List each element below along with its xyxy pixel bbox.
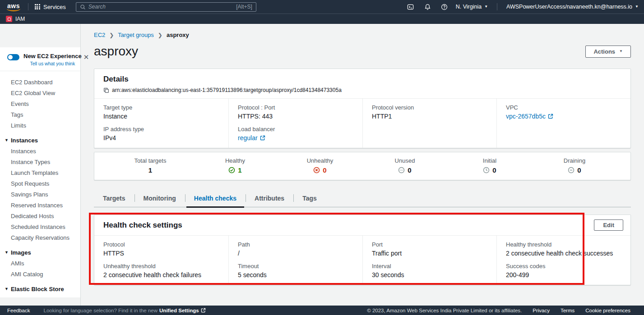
account-menu[interactable]: AWSPowerUserAccess/navaneeth.kn@harness.… <box>506 4 639 10</box>
feedback-link[interactable]: Feedback <box>7 308 30 313</box>
sidebar-item-scheduled-instances[interactable]: Scheduled Instances <box>0 221 80 232</box>
draining-value: 0 <box>577 166 581 174</box>
hc-unhealthy-threshold-value: 2 consecutive health check failures <box>103 271 219 278</box>
copy-icon[interactable] <box>103 87 109 93</box>
global-search[interactable]: [Alt+S] <box>76 2 256 12</box>
sidebar-item-limits[interactable]: Limits <box>0 120 80 131</box>
sidebar-item-instances[interactable]: Instances <box>0 146 80 156</box>
hc-success-codes-label: Success codes <box>506 263 621 269</box>
hc-healthy-threshold-value: 2 consecutive health check successes <box>506 250 621 257</box>
load-balancer-link[interactable]: regular <box>238 134 353 142</box>
sidebar-item-dedicated-hosts[interactable]: Dedicated Hosts <box>0 210 80 221</box>
draining-label: Draining <box>532 157 617 164</box>
sidebar-section-instances[interactable]: ▼Instances <box>0 135 80 146</box>
sidebar-bottom-spacer <box>0 297 80 306</box>
new-experience-toggle[interactable] <box>7 54 19 60</box>
main-content: EC2 ❯ Target groups ❯ asproxy asproxy Ac… <box>81 24 644 306</box>
sidebar-item-savings-plans[interactable]: Savings Plans <box>0 189 80 200</box>
tab-monitoring[interactable]: Monitoring <box>134 189 185 207</box>
sidebar-section-images[interactable]: ▼Images <box>0 247 80 258</box>
breadcrumb-current: asproxy <box>167 32 189 38</box>
vpc-link[interactable]: vpc-2657db5c <box>506 113 621 120</box>
sidebar-item-launch-templates[interactable]: Launch Templates <box>0 167 80 178</box>
tab-tags[interactable]: Tags <box>293 189 326 207</box>
sidebar-item-volumes[interactable]: Volumes <box>0 294 80 297</box>
total-targets-label: Total targets <box>108 157 193 164</box>
notifications-bell-icon[interactable] <box>422 4 433 10</box>
breadcrumb-ec2[interactable]: EC2 <box>94 32 105 38</box>
protocol-version-value: HTTP1 <box>372 113 487 120</box>
hc-healthy-threshold-label: Healthy threshold <box>506 241 621 248</box>
privacy-link[interactable]: Privacy <box>533 308 550 313</box>
chevron-down-icon: ▼ <box>5 287 9 291</box>
external-link-icon <box>260 135 265 141</box>
sidebar-item-ami-catalog[interactable]: AMI Catalog <box>0 269 80 279</box>
region-label: N. Virginia <box>456 4 482 10</box>
external-link-icon <box>548 114 553 119</box>
tab-targets[interactable]: Targets <box>94 189 134 207</box>
ip-address-type-value: IPv4 <box>103 134 219 142</box>
breadcrumb-separator-icon: ❯ <box>109 32 114 38</box>
edit-button[interactable]: Edit <box>594 219 623 231</box>
unhealthy-value: 0 <box>323 166 326 174</box>
chevron-down-icon: ▼ <box>619 50 623 53</box>
hc-protocol-value: HTTPS <box>103 250 219 257</box>
tab-attributes[interactable]: Attributes <box>246 189 293 207</box>
unified-settings-link[interactable]: Unified Settings <box>159 308 206 313</box>
copyright-text: © 2023, Amazon Web Services India Privat… <box>367 308 522 313</box>
hc-timeout-label: Timeout <box>238 263 353 269</box>
terms-link[interactable]: Terms <box>561 308 575 313</box>
hc-port-label: Port <box>372 241 487 248</box>
details-card: Details arn:aws:elasticloadbalancing:us-… <box>94 68 631 148</box>
sidebar-item-ec2-global-view[interactable]: EC2 Global View <box>0 87 80 98</box>
initial-value: 0 <box>492 166 496 174</box>
chevron-down-icon: ▼ <box>635 5 639 9</box>
sidebar-item-tags[interactable]: Tags <box>0 109 80 120</box>
initial-label: Initial <box>447 157 532 164</box>
cloudshell-icon[interactable] <box>405 4 416 10</box>
divider <box>497 3 497 10</box>
region-selector[interactable]: N. Virginia ▼ <box>456 4 488 10</box>
search-input[interactable] <box>88 4 233 10</box>
breadcrumb-target-groups[interactable]: Target groups <box>118 32 154 38</box>
services-menu-button[interactable]: Services <box>31 4 69 10</box>
protocol-port-label: Protocol : Port <box>238 104 353 111</box>
sidebar-item-reserved-instances[interactable]: Reserved Instances <box>0 200 80 210</box>
healthy-label: Healthy <box>193 157 278 164</box>
sidebar-item-events[interactable]: Events <box>0 98 80 109</box>
account-label: AWSPowerUserAccess/navaneeth.kn@harness.… <box>506 4 632 10</box>
actions-button[interactable]: Actions ▼ <box>585 46 631 58</box>
tell-us-link[interactable]: Tell us what you think <box>23 61 82 66</box>
sidebar-item-capacity-reservations[interactable]: Capacity Reservations <box>0 232 80 243</box>
sidebar-item-amis[interactable]: AMIs <box>0 258 80 269</box>
hc-unhealthy-threshold-label: Unhealthy threshold <box>103 263 219 269</box>
hc-port-value: Traffic port <box>372 250 487 257</box>
unused-label: Unused <box>362 157 447 164</box>
ec2-sidebar: New EC2 Experience Tell us what you thin… <box>0 24 81 306</box>
unhealthy-x-circle-icon <box>313 167 320 173</box>
sidebar-item-instance-types[interactable]: Instance Types <box>0 156 80 167</box>
target-type-label: Target type <box>103 104 219 111</box>
tab-health-checks[interactable]: Health checks <box>185 189 246 207</box>
unused-ellipsis-circle-icon <box>398 167 405 173</box>
total-targets-value: 1 <box>108 166 193 174</box>
aws-logo[interactable]: aws <box>5 2 25 12</box>
sidebar-top-spacer <box>0 24 80 47</box>
draining-minus-circle-icon <box>568 167 575 173</box>
vpc-label: VPC <box>506 104 621 111</box>
hc-interval-label: Interval <box>372 263 487 269</box>
page-title: asproxy <box>94 44 138 59</box>
sidebar-item-ec2-dashboard[interactable]: EC2 Dashboard <box>0 77 80 87</box>
sidebar-item-spot-requests[interactable]: Spot Requests <box>0 178 80 189</box>
divider <box>28 3 28 10</box>
details-grid: Target type Instance IP address type IPv… <box>94 99 630 148</box>
favorite-iam-link[interactable]: IAM <box>15 16 25 22</box>
cookie-preferences-link[interactable]: Cookie preferences <box>585 308 630 313</box>
sidebar-nav: EC2 Dashboard EC2 Global View Events Tag… <box>0 71 80 297</box>
details-title: Details <box>103 75 621 84</box>
help-icon[interactable] <box>439 4 449 10</box>
target-type-value: Instance <box>103 113 219 120</box>
load-balancer-label: Load balancer <box>238 126 353 132</box>
sidebar-section-ebs[interactable]: ▼Elastic Block Store <box>0 283 80 294</box>
unused-value: 0 <box>408 166 411 174</box>
